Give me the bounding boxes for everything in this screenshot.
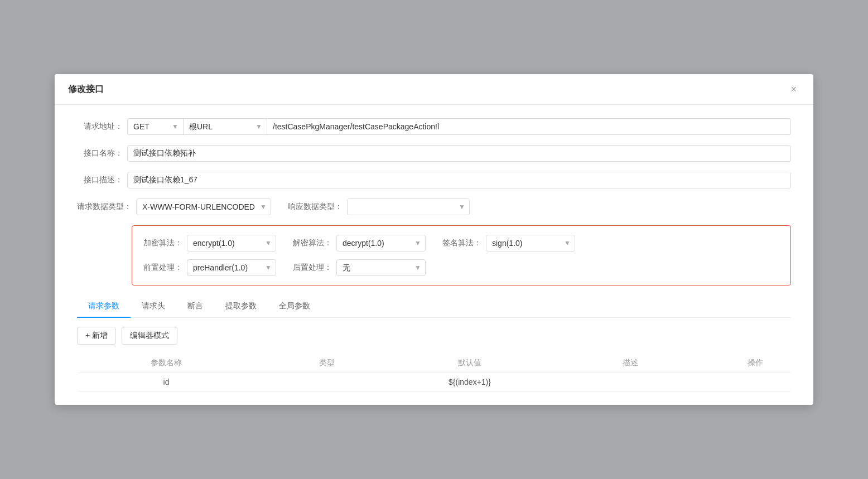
decrypt-label: 解密算法： <box>293 238 332 248</box>
sign-label: 签名算法： <box>442 238 481 248</box>
interface-name-label: 接口名称： <box>77 148 127 158</box>
tab-assertions[interactable]: 断言 <box>176 296 214 318</box>
response-data-type-wrapper: JSON XML ▼ <box>347 199 470 215</box>
interface-desc-input[interactable] <box>127 172 791 188</box>
cell-desc <box>541 373 720 391</box>
base-url-select[interactable]: 根URL <box>183 118 267 135</box>
modal-header: 修改接口 × <box>55 74 813 105</box>
cell-default: ${(index+1)} <box>398 373 541 391</box>
decrypt-select-wrapper: decrypt(1.0) 无 ▼ <box>336 235 426 251</box>
interface-name-input[interactable] <box>127 145 791 162</box>
col-header-default: 默认值 <box>398 354 541 373</box>
modal-title: 修改接口 <box>68 84 104 95</box>
decrypt-select[interactable]: decrypt(1.0) 无 <box>336 235 426 251</box>
decrypt-item: 解密算法： decrypt(1.0) 无 ▼ <box>293 235 426 251</box>
modal-overlay: 修改接口 × 请求地址： GET POST PUT DELETE ▼ <box>0 0 868 479</box>
interface-name-row: 接口名称： <box>77 145 791 162</box>
encrypt-select-wrapper: encrypt(1.0) 无 ▼ <box>187 235 276 251</box>
post-handler-select-wrapper: 无 postHandler(1.0) ▼ <box>336 259 426 276</box>
tabs-row: 请求参数 请求头 断言 提取参数 全局参数 <box>77 296 791 318</box>
cell-type <box>255 373 398 391</box>
modal-body: 请求地址： GET POST PUT DELETE ▼ 根URL <box>55 105 813 405</box>
pre-handler-select-wrapper: preHandler(1.0) 无 ▼ <box>187 259 276 276</box>
sign-select-wrapper: sign(1.0) 无 ▼ <box>486 235 575 251</box>
sign-select[interactable]: sign(1.0) 无 <box>486 235 575 251</box>
cell-name: id <box>77 373 255 391</box>
method-select[interactable]: GET POST PUT DELETE <box>127 118 183 135</box>
encrypt-label: 加密算法： <box>143 238 182 248</box>
params-table: 参数名称 类型 默认值 描述 操作 id ${(index+1)} <box>77 354 791 391</box>
algo-row-2: 前置处理： preHandler(1.0) 无 ▼ 后置处理： <box>143 259 779 276</box>
tab-request-params[interactable]: 请求参数 <box>77 296 131 318</box>
algo-row-1: 加密算法： encrypt(1.0) 无 ▼ 解密算法： <box>143 235 779 251</box>
method-select-wrapper: GET POST PUT DELETE ▼ <box>127 118 183 135</box>
encrypt-select[interactable]: encrypt(1.0) 无 <box>187 235 276 251</box>
editor-mode-button[interactable]: 编辑器模式 <box>122 327 177 345</box>
interface-desc-row: 接口描述： <box>77 172 791 188</box>
tab-global-params[interactable]: 全局参数 <box>268 296 321 318</box>
tab-extract-params[interactable]: 提取参数 <box>214 296 268 318</box>
modal-dialog: 修改接口 × 请求地址： GET POST PUT DELETE ▼ <box>55 74 813 405</box>
interface-desc-label: 接口描述： <box>77 175 127 185</box>
pre-handler-item: 前置处理： preHandler(1.0) 无 ▼ <box>143 259 276 276</box>
col-header-desc: 描述 <box>541 354 720 373</box>
add-button[interactable]: + 新增 <box>77 327 116 345</box>
table-row: id ${(index+1)} <box>77 373 791 391</box>
cell-op <box>720 373 791 391</box>
sign-item: 签名算法： sign(1.0) 无 ▼ <box>442 235 575 251</box>
toolbar-row: + 新增 编辑器模式 <box>77 327 791 345</box>
post-handler-item: 后置处理： 无 postHandler(1.0) ▼ <box>293 259 426 276</box>
response-data-type-label: 响应数据类型： <box>288 202 343 212</box>
algorithm-box: 加密算法： encrypt(1.0) 无 ▼ 解密算法： <box>132 225 791 286</box>
request-data-type-label: 请求数据类型： <box>77 202 136 212</box>
post-handler-label: 后置处理： <box>293 263 332 273</box>
url-path-input[interactable] <box>267 118 791 135</box>
col-header-name: 参数名称 <box>77 354 255 373</box>
pre-handler-select[interactable]: preHandler(1.0) 无 <box>187 259 276 276</box>
table-header-row: 参数名称 类型 默认值 描述 操作 <box>77 354 791 373</box>
col-header-type: 类型 <box>255 354 398 373</box>
request-url-label: 请求地址： <box>77 122 127 132</box>
col-header-op: 操作 <box>720 354 791 373</box>
request-url-row: 请求地址： GET POST PUT DELETE ▼ 根URL <box>77 118 791 135</box>
response-data-type-select[interactable]: JSON XML <box>347 199 470 215</box>
encrypt-item: 加密算法： encrypt(1.0) 无 ▼ <box>143 235 276 251</box>
url-row: GET POST PUT DELETE ▼ 根URL ▼ <box>127 118 791 135</box>
post-handler-select[interactable]: 无 postHandler(1.0) <box>336 259 426 276</box>
data-type-row: 请求数据类型： X-WWW-FORM-URLENCODED JSON XML F… <box>77 199 791 215</box>
request-data-type-select[interactable]: X-WWW-FORM-URLENCODED JSON XML FORM-DATA <box>136 199 271 215</box>
tab-request-headers[interactable]: 请求头 <box>131 296 176 318</box>
request-data-type-wrapper: X-WWW-FORM-URLENCODED JSON XML FORM-DATA… <box>136 199 271 215</box>
base-url-select-wrapper: 根URL ▼ <box>183 118 267 135</box>
pre-handler-label: 前置处理： <box>143 263 182 273</box>
close-button[interactable]: × <box>787 83 800 95</box>
